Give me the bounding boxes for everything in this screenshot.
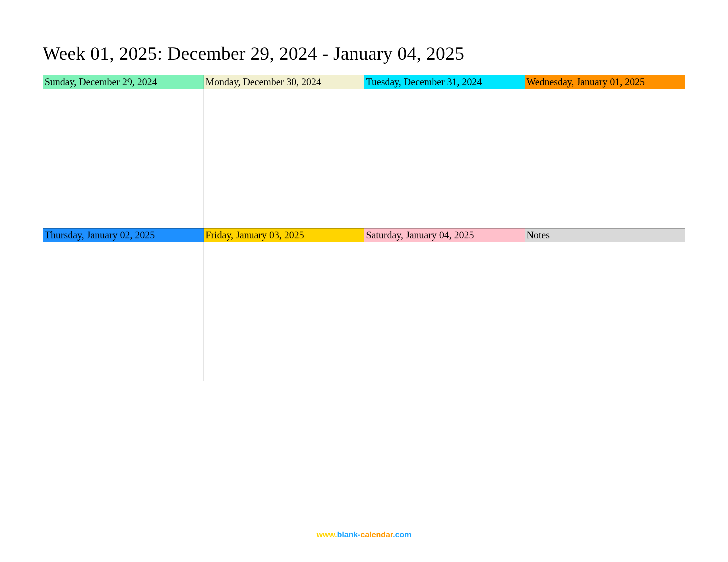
header-saturday: Saturday, January 04, 2025 [364, 228, 525, 242]
cell-notes[interactable] [525, 242, 685, 381]
cell-thursday[interactable] [43, 242, 204, 381]
cell-wednesday[interactable] [525, 89, 685, 228]
header-wednesday: Wednesday, January 01, 2025 [525, 75, 685, 89]
footer-dash: - [358, 530, 360, 539]
header-monday: Monday, December 30, 2024 [204, 75, 364, 89]
footer-www: www. [317, 530, 337, 539]
cell-sunday[interactable] [43, 89, 204, 228]
cell-saturday[interactable] [364, 242, 525, 381]
footer-blank: blank [337, 530, 358, 539]
footer-link[interactable]: www.blank-calendar.com [43, 530, 685, 545]
header-thursday: Thursday, January 02, 2025 [43, 228, 204, 242]
cell-friday[interactable] [204, 242, 364, 381]
header-tuesday: Tuesday, December 31, 2024 [364, 75, 525, 89]
header-friday: Friday, January 03, 2025 [204, 228, 364, 242]
header-sunday: Sunday, December 29, 2024 [43, 75, 204, 89]
header-notes: Notes [525, 228, 685, 242]
weekly-calendar-page: Week 01, 2025: December 29, 2024 - Janua… [0, 0, 728, 562]
cell-tuesday[interactable] [364, 89, 525, 228]
page-title: Week 01, 2025: December 29, 2024 - Janua… [43, 43, 685, 64]
footer-cal: calendar [361, 530, 393, 539]
footer-dotcom: .com [393, 530, 411, 539]
calendar-grid: Sunday, December 29, 2024 Monday, Decemb… [43, 75, 685, 381]
cell-monday[interactable] [204, 89, 364, 228]
